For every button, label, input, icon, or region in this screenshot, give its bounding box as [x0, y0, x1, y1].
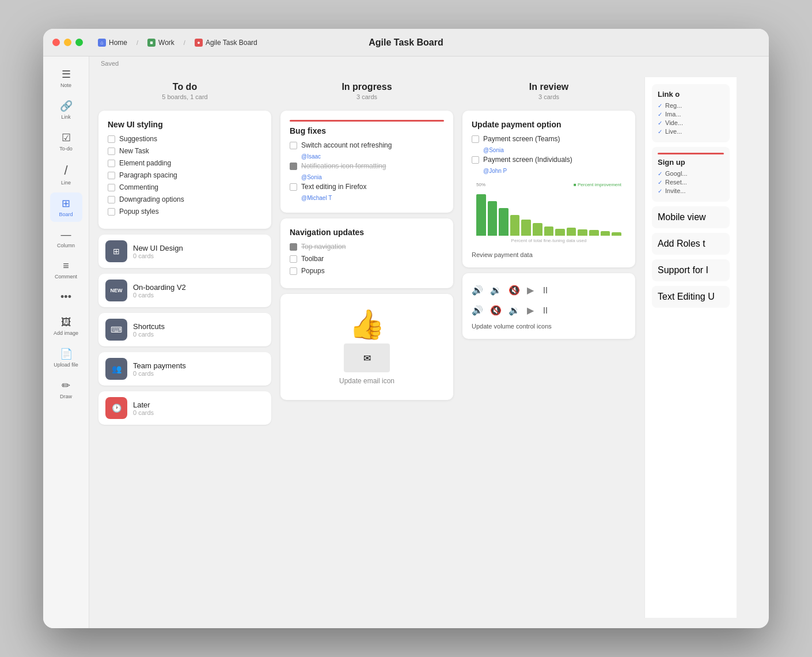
- checkbox-commenting[interactable]: [108, 184, 115, 191]
- checklist-item: Paragraph spacing: [108, 171, 262, 179]
- sidebar-item-note[interactable]: ☰ Note: [50, 63, 82, 93]
- add-roles-card: Add Roles t: [652, 233, 730, 255]
- later-board-icon: 🕐: [105, 397, 127, 419]
- checkbox-toolbar[interactable]: [290, 255, 297, 263]
- tab-agile[interactable]: ● Agile Task Board: [189, 36, 263, 49]
- checkbox-paragraphspacing[interactable]: [108, 172, 115, 179]
- checkbox-notifications[interactable]: [290, 163, 297, 170]
- maximize-button[interactable]: [75, 39, 83, 46]
- checklist-item: Commenting: [108, 183, 262, 191]
- check-icon: ✓: [658, 171, 662, 177]
- email-icon-card[interactable]: 👍 ✉ Update email icon: [280, 294, 453, 400]
- sidebar-item-draw[interactable]: ✏ Draw: [50, 375, 82, 404]
- bar-10: [578, 229, 587, 236]
- checklist-item: Downgrading options: [108, 195, 262, 203]
- minimize-button[interactable]: [64, 39, 71, 46]
- kanban-area: To do 5 boards, 1 card New UI styling Su…: [89, 70, 769, 625]
- play-icon[interactable]: ▶: [527, 285, 534, 296]
- link-item-reg: ✓ Reg...: [658, 102, 724, 109]
- checkbox-textediting[interactable]: [290, 183, 297, 191]
- checkbox-elementpadding[interactable]: [108, 160, 115, 167]
- tab-work[interactable]: ■ Work: [142, 36, 180, 49]
- title-bar: ⌂ Home / ■ Work / ● Agile Task Board Agi…: [43, 29, 769, 56]
- volume-icon-2[interactable]: 🔉: [490, 285, 502, 296]
- agile-tab-icon: ●: [195, 39, 203, 47]
- check-icon: ✓: [658, 103, 662, 109]
- checkbox-downgrading[interactable]: [108, 196, 115, 203]
- sidebar-item-link[interactable]: 🔗 Link: [50, 95, 82, 124]
- tab-home[interactable]: ⌂ Home: [92, 36, 133, 49]
- checkbox-suggestions[interactable]: [108, 135, 115, 143]
- checklist-item: Payment screen (Teams): [472, 135, 626, 143]
- sidebar-item-todo[interactable]: ☑ To-do: [50, 127, 82, 156]
- sidebar: ☰ Note 🔗 Link ☑ To-do / Line ⊞ Board — C…: [43, 56, 89, 628]
- volume-icon-4[interactable]: 🔉: [509, 305, 520, 316]
- sidebar-link-label: Link: [61, 114, 71, 120]
- signup-red-bar: [658, 153, 724, 154]
- checklist-item: Toolbar: [290, 255, 444, 263]
- chart-bars: [476, 190, 621, 236]
- link-item-live: ✓ Live...: [658, 128, 724, 135]
- checklist-item: Switch account not refreshing: [290, 141, 444, 149]
- checkbox-popups[interactable]: [290, 267, 297, 275]
- checkbox-payment-individuals[interactable]: [472, 156, 479, 164]
- link-icon: 🔗: [60, 100, 73, 112]
- board-item-new-ui[interactable]: ⊞ New UI Design 0 cards: [98, 235, 271, 268]
- comment-icon: ≡: [63, 260, 69, 272]
- link-item-ima: ✓ Ima...: [658, 111, 724, 118]
- board-item-later[interactable]: 🕐 Later 0 cards: [98, 391, 271, 425]
- checklist-item: Element padding: [108, 159, 262, 167]
- sidebar-item-column[interactable]: — Column: [50, 224, 82, 253]
- navigation-updates-card[interactable]: Navigation updates Top navigation Toolba…: [280, 218, 453, 288]
- board-item-shortcuts[interactable]: ⌨ Shortcuts 0 cards: [98, 313, 271, 346]
- card-title-bugfixes: Bug fixes: [290, 126, 444, 135]
- check-icon: ✓: [658, 120, 662, 126]
- board-count-new-ui: 0 cards: [133, 252, 264, 259]
- saved-indicator: Saved: [89, 56, 769, 70]
- assignee-michael: @Michael T: [301, 195, 444, 201]
- signup-item-google: ✓ Googl...: [658, 170, 724, 177]
- mute-icon[interactable]: 🔇: [509, 285, 520, 296]
- board-name-team-payments: Team payments: [133, 361, 264, 370]
- assignee-sonia: @Sonia: [301, 174, 444, 180]
- checkbox-popupstyles[interactable]: [108, 208, 115, 216]
- sidebar-item-addimage[interactable]: 🖼 Add image: [50, 312, 82, 341]
- main-layout: ☰ Note 🔗 Link ☑ To-do / Line ⊞ Board — C…: [43, 56, 769, 628]
- addimage-icon: 🖼: [61, 316, 71, 328]
- sidebar-item-line[interactable]: / Line: [50, 158, 82, 190]
- checklist-item: New Task: [108, 147, 262, 155]
- bar-8: [555, 229, 565, 236]
- checkbox-topnav[interactable]: [290, 243, 297, 251]
- mute-icon-2[interactable]: 🔇: [490, 305, 502, 316]
- tab-agile-label: Agile Task Board: [206, 39, 257, 47]
- signup-item-invite: ✓ Invite...: [658, 187, 724, 194]
- volume-icon-3[interactable]: 🔊: [472, 305, 483, 316]
- volume-control-card[interactable]: 🔊 🔉 🔇 ▶ ⏸ 🔊 🔇 🔉 ▶ ⏸: [462, 273, 635, 339]
- sidebar-item-uploadfile[interactable]: 📄 Upload file: [50, 343, 82, 372]
- checkbox-switchaccount[interactable]: [290, 142, 297, 149]
- board-item-team-payments[interactable]: 👥 Team payments 0 cards: [98, 352, 271, 386]
- bar-6: [533, 223, 542, 236]
- checkbox-payment-teams[interactable]: [472, 135, 479, 143]
- new-ui-styling-card[interactable]: New UI styling Suggestions New Task: [98, 111, 271, 229]
- sidebar-item-comment[interactable]: ≡ Comment: [50, 255, 82, 284]
- close-button[interactable]: [52, 39, 60, 46]
- sidebar-addimage-label: Add image: [54, 330, 78, 336]
- bar-3: [499, 208, 509, 236]
- volume-icon-1[interactable]: 🔊: [472, 285, 483, 296]
- more-icon: •••: [60, 291, 71, 303]
- board-item-onboarding[interactable]: NEW On-boarding V2 0 cards: [98, 274, 271, 307]
- pause-icon-2[interactable]: ⏸: [541, 305, 550, 316]
- checkbox-newtask[interactable]: [108, 148, 115, 155]
- sidebar-item-more[interactable]: •••: [50, 286, 82, 309]
- add-roles-label: Add Roles t: [658, 239, 724, 249]
- pause-icon[interactable]: ⏸: [541, 285, 550, 296]
- sidebar-item-board[interactable]: ⊞ Board: [50, 192, 82, 222]
- bar-9: [567, 228, 576, 236]
- todo-icon: ☑: [62, 131, 71, 144]
- text-editing-label: Text Editing U: [658, 292, 724, 302]
- payment-option-card[interactable]: Update payment option Payment screen (Te…: [462, 111, 635, 267]
- bar-5: [521, 220, 531, 236]
- bug-fixes-card[interactable]: Bug fixes Switch account not refreshing …: [280, 111, 453, 213]
- play-icon-2[interactable]: ▶: [527, 305, 534, 316]
